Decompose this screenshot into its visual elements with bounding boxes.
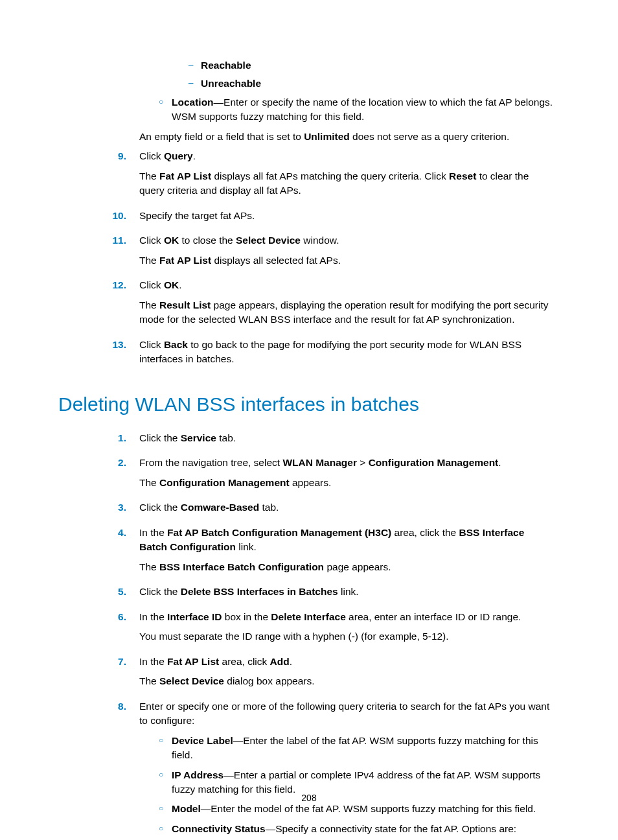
step-number: 7. <box>104 655 139 694</box>
step-number: 11. <box>104 233 139 273</box>
step-1: 1. Click the Service tab. <box>58 431 560 450</box>
connectivity-option: Reachable <box>201 60 251 71</box>
step-6: 6. In the Interface ID box in the Delete… <box>58 610 560 649</box>
connectivity-option: Unreachable <box>201 78 261 89</box>
step-8: 8. Enter or specify one or more of the f… <box>58 699 560 840</box>
step-number: 6. <box>104 610 139 649</box>
bullet-item: ○ Device Label—Enter the label of the fa… <box>159 734 553 763</box>
step-3: 3. Click the Comware-Based tab. <box>58 500 560 520</box>
bullet-item-location: ○ Location—Enter or specify the name of … <box>159 95 553 124</box>
step-12: 12. Click OK. The Result List page appea… <box>58 278 560 332</box>
dash-bullet-icon: − <box>188 76 201 91</box>
step-number: 9. <box>104 149 139 203</box>
page-content: − Reachable − Unreachable ○ Location—Ent… <box>0 0 618 840</box>
step-number: 13. <box>104 338 139 372</box>
step-2: 2. From the navigation tree, select WLAN… <box>58 456 560 495</box>
note-empty-field: An empty field or a field that is set to… <box>139 130 553 144</box>
page-number: 208 <box>0 791 618 804</box>
step-11: 11. Click OK to close the Select Device … <box>58 233 560 273</box>
step-number: 12. <box>104 278 139 332</box>
criteria-label: IP Address <box>172 769 223 780</box>
criteria-label: Device Label <box>172 735 233 746</box>
step-4: 4. In the Fat AP Batch Configuration Man… <box>58 526 560 579</box>
step-number: 8. <box>104 699 139 840</box>
step-7: 7. In the Fat AP List area, click Add. T… <box>58 655 560 694</box>
criteria-label: Connectivity Status <box>172 823 266 834</box>
circle-bullet-icon: ○ <box>159 95 172 124</box>
step-number: 5. <box>104 585 139 604</box>
step-number: 3. <box>104 500 139 520</box>
bullet-item: ○ Connectivity Status—Specify a connecti… <box>159 822 553 836</box>
step-number: 1. <box>104 431 139 450</box>
criteria-text: —Enter the model of the fat AP. WSM supp… <box>201 803 536 814</box>
criteria-label: Location <box>172 97 214 108</box>
step-10: 10. Specify the target fat APs. <box>58 209 560 228</box>
step-number: 2. <box>104 456 139 495</box>
section-heading: Deleting WLAN BSS interfaces in batches <box>58 390 560 419</box>
dash-item: − Reachable <box>188 58 553 73</box>
criteria-label: Model <box>172 803 201 814</box>
step-number: 4. <box>104 526 139 579</box>
step-number: 10. <box>104 209 139 228</box>
step-13: 13. Click Back to go back to the page fo… <box>58 338 560 372</box>
step-9: 9. Click Query. The Fat AP List displays… <box>58 149 560 203</box>
criteria-text: —Enter or specify the name of the locati… <box>172 97 553 122</box>
dash-item: − Unreachable <box>188 76 553 91</box>
dash-bullet-icon: − <box>188 58 201 73</box>
step-5: 5. Click the Delete BSS Interfaces in Ba… <box>58 585 560 604</box>
circle-bullet-icon: ○ <box>159 822 172 836</box>
circle-bullet-icon: ○ <box>159 734 172 763</box>
criteria-text: —Specify a connectivity state for the fa… <box>266 823 516 834</box>
